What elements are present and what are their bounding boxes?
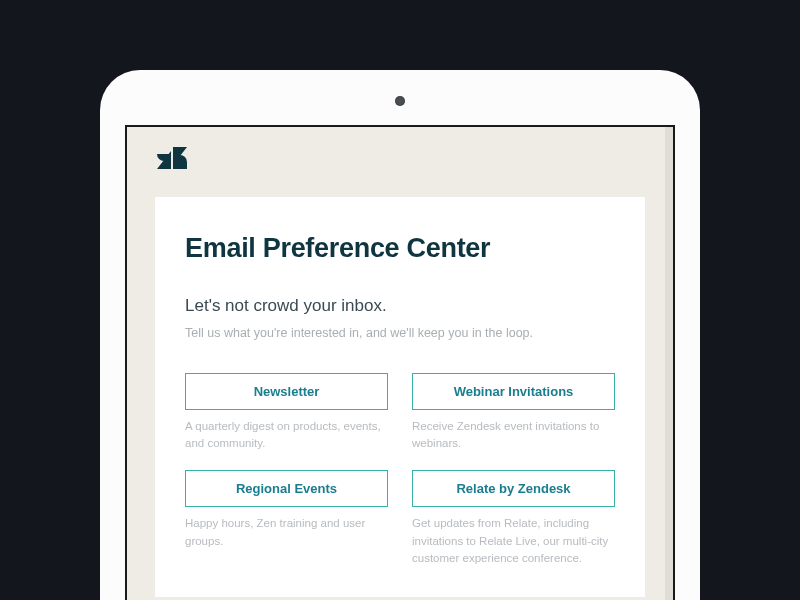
option-description: Receive Zendesk event invitations to web… [412,418,615,453]
page-description: Tell us what you're interested in, and w… [185,324,615,343]
relate-by-zendesk-button[interactable]: Relate by Zendesk [412,470,615,507]
webinar-invitations-button[interactable]: Webinar Invitations [412,373,615,410]
page-title: Email Preference Center [185,233,615,264]
regional-events-button[interactable]: Regional Events [185,470,388,507]
option-relate-by-zendesk: Relate by Zendesk Get updates from Relat… [412,470,615,567]
svg-marker-0 [157,151,171,169]
scrollbar[interactable] [665,127,673,600]
option-webinar-invitations: Webinar Invitations Receive Zendesk even… [412,373,615,453]
page-subtitle: Let's not crowd your inbox. [185,296,615,316]
options-grid: Newsletter A quarterly digest on product… [185,373,615,567]
option-description: Happy hours, Zen training and user group… [185,515,388,550]
tablet-frame: Email Preference Center Let's not crowd … [100,70,700,600]
option-newsletter: Newsletter A quarterly digest on product… [185,373,388,453]
zendesk-logo-icon [157,147,673,169]
option-regional-events: Regional Events Happy hours, Zen trainin… [185,470,388,567]
option-description: A quarterly digest on products, events, … [185,418,388,453]
newsletter-button[interactable]: Newsletter [185,373,388,410]
option-description: Get updates from Relate, including invit… [412,515,615,567]
content-card: Email Preference Center Let's not crowd … [155,197,645,597]
camera-icon [395,96,405,106]
tablet-screen: Email Preference Center Let's not crowd … [125,125,675,600]
